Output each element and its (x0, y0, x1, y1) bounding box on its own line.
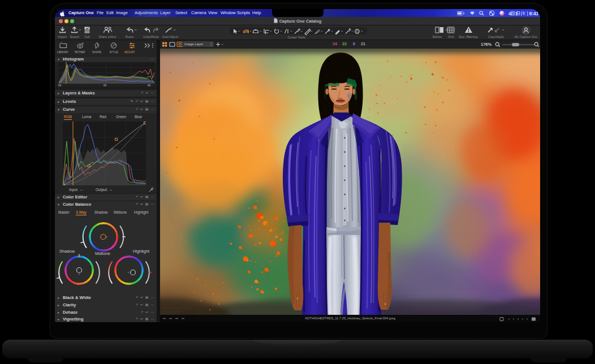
svg-text:Highlight: Highlight (133, 249, 150, 254)
svg-text:Midtone: Midtone (95, 251, 110, 256)
svg-text:Shadow: Shadow (59, 249, 75, 254)
